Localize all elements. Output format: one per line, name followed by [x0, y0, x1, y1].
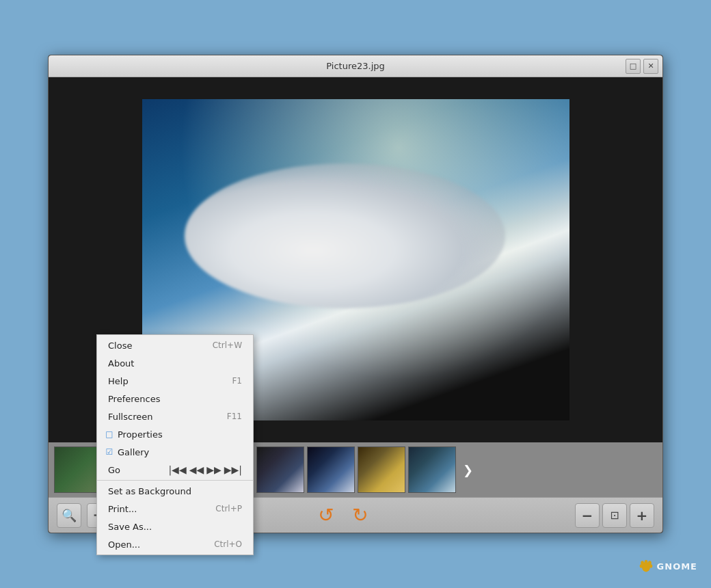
thumbnail-8[interactable]	[408, 446, 456, 493]
image-viewer-window: Picture23.jpg □ ✕ ❯ 🔍 ✛ ↺	[48, 55, 663, 533]
rotate-left-button[interactable]: ↺	[313, 503, 339, 529]
menu-item-open[interactable]: Open... Ctrl+O	[97, 535, 253, 553]
menu-separator-1	[97, 480, 253, 481]
svg-point-3	[648, 561, 652, 565]
menu-shortcut-open: Ctrl+O	[214, 539, 242, 549]
zoom-controls: − ⊡ +	[575, 503, 654, 528]
svg-point-1	[641, 561, 644, 565]
cloud-decoration	[185, 163, 505, 308]
fit-icon: ⊡	[610, 509, 619, 522]
svg-point-4	[639, 564, 642, 567]
go-last-icon: ▶▶|	[224, 464, 242, 475]
menu-item-set-background[interactable]: Set as Background	[97, 482, 253, 500]
menu-label-save-as: Save As...	[108, 522, 242, 532]
go-prev-icon: ◀◀	[189, 464, 204, 475]
menu-item-help[interactable]: Help F1	[97, 372, 253, 390]
menu-label-gallery: Gallery	[118, 447, 242, 457]
menu-label-properties: Properties	[118, 429, 242, 440]
context-menu: Close Ctrl+W About Help F1 Preferences F…	[96, 334, 254, 555]
thumbnail-5[interactable]	[256, 446, 304, 493]
menu-shortcut-fullscreen: F11	[227, 412, 242, 421]
go-next-icon: ▶▶	[206, 464, 222, 475]
menu-shortcut-print: Ctrl+P	[215, 504, 242, 513]
gnome-label: GNOME	[657, 561, 697, 572]
svg-point-2	[644, 560, 647, 564]
rotate-right-icon: ↻	[352, 506, 368, 525]
menu-label-go: Go	[108, 465, 168, 475]
menu-shortcut-help: F1	[232, 376, 242, 386]
thumbnail-7[interactable]	[358, 446, 405, 493]
menu-item-save-as[interactable]: Save As...	[97, 518, 253, 535]
rotate-right-button[interactable]: ↻	[347, 503, 373, 529]
zoom-out-button[interactable]: −	[575, 503, 600, 528]
gnome-logo: GNOME	[638, 558, 697, 574]
menu-label-close: Close	[108, 340, 199, 351]
window-title: Picture23.jpg	[326, 61, 385, 71]
menu-label-help: Help	[108, 376, 218, 386]
menu-label-set-background: Set as Background	[108, 486, 242, 496]
zoom-icon: 🔍	[62, 508, 77, 522]
close-button[interactable]: ✕	[643, 59, 658, 74]
go-navigation-icons: |◀◀ ◀◀ ▶▶ ▶▶|	[168, 464, 242, 475]
menu-shortcut-close: Ctrl+W	[213, 340, 242, 350]
zoom-button[interactable]: 🔍	[57, 503, 81, 528]
menu-item-go[interactable]: Go |◀◀ ◀◀ ▶▶ ▶▶|	[97, 461, 253, 479]
menu-item-properties[interactable]: □ Properties	[97, 425, 253, 443]
menu-item-about[interactable]: About	[97, 354, 253, 372]
zoom-in-icon: +	[636, 507, 648, 524]
menu-label-print: Print...	[108, 504, 202, 514]
titlebar: Picture23.jpg □ ✕	[49, 55, 662, 77]
properties-check: □	[104, 429, 115, 439]
gallery-check: ☑	[104, 447, 115, 457]
svg-point-5	[649, 564, 652, 567]
menu-item-preferences[interactable]: Preferences	[97, 390, 253, 407]
gnome-foot-icon	[638, 558, 654, 574]
thumbnail-1[interactable]	[54, 446, 102, 493]
rotate-left-icon: ↺	[318, 506, 334, 525]
window-controls: □ ✕	[626, 59, 658, 74]
thumbnail-6[interactable]	[307, 446, 355, 493]
menu-item-fullscreen[interactable]: Fullscreen F11	[97, 407, 253, 425]
menu-item-close[interactable]: Close Ctrl+W	[97, 336, 253, 354]
maximize-button[interactable]: □	[626, 59, 641, 74]
zoom-out-icon: −	[582, 507, 593, 524]
go-first-icon: |◀◀	[168, 464, 186, 475]
menu-label-preferences: Preferences	[108, 394, 242, 404]
zoom-in-button[interactable]: +	[630, 503, 654, 528]
menu-item-gallery[interactable]: ☑ Gallery	[97, 443, 253, 461]
menu-label-fullscreen: Fullscreen	[108, 412, 213, 422]
fit-button[interactable]: ⊡	[602, 503, 627, 528]
menu-item-print[interactable]: Print... Ctrl+P	[97, 500, 253, 518]
menu-label-about: About	[108, 358, 242, 369]
strip-next-arrow[interactable]: ❯	[459, 460, 477, 480]
menu-label-open: Open...	[108, 539, 200, 550]
